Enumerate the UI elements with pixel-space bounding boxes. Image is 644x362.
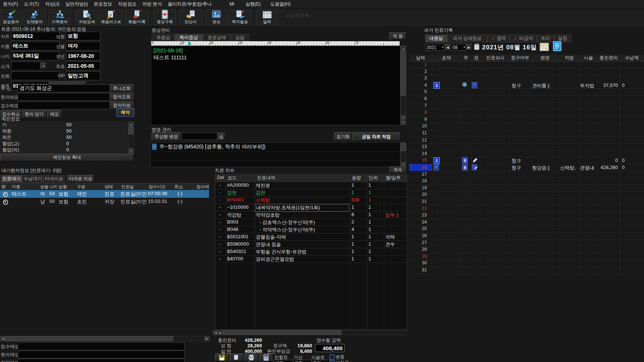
treatment-del[interactable]: - xyxy=(219,190,220,195)
scroll-right-arrow[interactable]: ▶ xyxy=(218,330,223,335)
next-month-button[interactable]: ▶ xyxy=(466,44,472,51)
bottom-memo-input-2[interactable] xyxy=(18,359,185,362)
history-tab-첩약[interactable]: ✓첩약 xyxy=(487,35,510,42)
menu-item-3[interactable]: 작성(J) xyxy=(42,1,63,7)
field-input-보험[interactable]: 보험 xyxy=(66,32,100,41)
history-day-row[interactable]: 5 xyxy=(409,88,644,96)
toolbar-button-완료환자[interactable]: 완료환자 xyxy=(0,9,22,25)
treatment-del[interactable]: - xyxy=(219,212,220,217)
footer-checkbox-1[interactable]: 변증 xyxy=(330,354,344,360)
field-input-최초[interactable]: 2021-05-05 xyxy=(66,61,100,70)
treatment-row[interactable]: -감천감천11 xyxy=(215,189,406,196)
footer-button-저장[interactable] xyxy=(215,354,229,361)
toolbar-button-처방검색[interactable]: 처방검색 xyxy=(76,9,98,25)
scroll-down-arrow2[interactable]: ▼ xyxy=(401,120,406,125)
symptom-tab-상담[interactable]: 상담 xyxy=(231,34,249,41)
main-disease-change-button[interactable]: 주상병 변경 xyxy=(152,132,181,141)
history-day-row[interactable]: 24 xyxy=(409,219,644,226)
treatment-row[interactable]: -~1010000내복약처방.조제료(1일분/1회)11 xyxy=(215,204,406,211)
scroll-right-arrow[interactable]: ▶ xyxy=(204,336,209,341)
treatment-row[interactable]: -#A200050재진료11 xyxy=(215,182,406,189)
history-day-row[interactable]: 20 xyxy=(409,191,644,198)
menu-item-9[interactable]: Mi xyxy=(227,1,237,7)
action-button-환자 닫기[interactable]: 환자 닫기 xyxy=(22,110,46,118)
history-day-row[interactable]: 25 xyxy=(409,225,644,233)
footer-button-전달[interactable] xyxy=(230,354,244,361)
treatment-row[interactable]: -BY0001신력탕6381 xyxy=(215,196,406,204)
history-day-row[interactable]: 13 xyxy=(409,143,644,151)
scroll-thumb[interactable] xyxy=(401,51,406,96)
history-day-row[interactable]: 27 xyxy=(409,239,644,247)
treatment-del[interactable]: - xyxy=(219,182,220,188)
waiting-tab-타과이송[interactable]: 타과이송 xyxy=(43,175,65,183)
scroll-thumb[interactable] xyxy=(223,330,342,335)
scroll-up-arrow[interactable]: ▲ xyxy=(128,122,134,127)
checkbox-icon[interactable] xyxy=(330,361,335,362)
bottom-memo-input-1[interactable] xyxy=(18,351,185,358)
symptom-apply-button[interactable]: 적 용 xyxy=(389,32,406,40)
scroll-down-arrow[interactable]: ▼ xyxy=(401,162,406,167)
toolbar-button-증상구축[interactable]: 증상구축 xyxy=(154,9,176,25)
history-day-row[interactable]: 151B청구00 xyxy=(409,157,644,164)
footer-button-출력[interactable] xyxy=(244,354,258,361)
symptom-tab-호전상태[interactable]: 호전상태 xyxy=(203,34,231,41)
history-day-row[interactable]: 14 xyxy=(409,150,644,158)
history-day-row[interactable]: 23 xyxy=(409,212,644,219)
diagnosis-scrollbar[interactable]: ▼ xyxy=(400,142,406,167)
toolbar-button-쪽지발송[interactable]: 쪽지발송 xyxy=(229,9,251,25)
treatment-del[interactable]: - xyxy=(219,204,220,210)
side-button-추나조회[interactable]: 추나조회 xyxy=(110,84,134,92)
history-day-row[interactable]: 28 xyxy=(409,246,644,253)
field-input-생년[interactable]: 1967-08-20 xyxy=(66,52,100,60)
symptom-scrollbar[interactable]: ▲▼▼ xyxy=(400,46,406,125)
menu-item-5[interactable]: 본초정보 xyxy=(91,1,115,7)
surcharge-dropdown[interactable]: 공휴▼ xyxy=(293,360,313,362)
scroll-thumb[interactable] xyxy=(401,143,406,151)
history-day-row[interactable]: 30 xyxy=(409,260,644,267)
treatment-del[interactable]: - xyxy=(219,256,220,261)
history-day-row[interactable]: 8 xyxy=(409,109,644,116)
menu-item-10[interactable]: 실행(E) xyxy=(243,1,264,7)
scroll-down-arrow[interactable]: ▼ xyxy=(401,115,406,120)
history-tab-내원일[interactable]: 내원일 xyxy=(425,35,447,42)
history-day-row[interactable]: 1 xyxy=(409,61,644,68)
scroll-down-arrow[interactable]: ▼ xyxy=(128,148,134,153)
disease-target-icon[interactable]: ◎ xyxy=(217,133,225,141)
toolbar-button-영상[interactable]: 영상 xyxy=(205,9,227,25)
diagnosis-row[interactable]: -주~항강증 (M5420) [경추통, 척추의 여러부위]) xyxy=(151,143,399,152)
waiting-row[interactable]: 테스트여53보험재진진료진료실(이민07:00:36(-) xyxy=(0,190,209,198)
toolbar-button-진단서[interactable]: 진단서 xyxy=(180,9,202,25)
treatment-row[interactable]: -$S060000관절내 침술11견우 xyxy=(215,240,406,248)
treatment-row[interactable]: -B003- 감초엑스산-정우신약(주)21 xyxy=(215,218,406,226)
history-day-row[interactable]: 9 xyxy=(409,116,644,123)
history-day-row[interactable]: 12 xyxy=(409,137,644,144)
treatment-row[interactable]: -$40700경피경근온열요법11 xyxy=(215,255,406,263)
history-day-row[interactable]: 6 xyxy=(409,95,644,103)
history-tab-과거 상세정보[interactable]: 과거 상세정보 xyxy=(447,35,488,42)
symptom-note-area[interactable]: [2021-08-16]테스트 111111 xyxy=(151,46,400,125)
scroll-up-arrow[interactable]: ▲ xyxy=(401,46,406,51)
procedure-dropdown[interactable]: 증감▼ xyxy=(311,360,331,362)
treatment-del[interactable]: - xyxy=(219,219,220,225)
treatment-row[interactable]: -$S40321부항술 건식부항-유관법11 xyxy=(215,248,406,255)
history-day-row[interactable]: 11 xyxy=(409,130,644,137)
treatment-row[interactable]: -작감탕작약감초탕61일투:1 xyxy=(215,211,406,218)
treatment-del[interactable]: - xyxy=(219,226,220,232)
transfer-button[interactable]: 타과로 이송 xyxy=(67,175,94,183)
menu-item-7[interactable]: 처방 분석 xyxy=(139,1,165,7)
month-select[interactable]: 08▼ xyxy=(451,44,467,51)
previsit-expand-button[interactable]: 예진정보 확대 xyxy=(0,154,134,161)
waiting-tab-진료대기[interactable]: 진료대기 xyxy=(1,175,22,183)
history-day-row[interactable]: 26 xyxy=(409,232,644,240)
waiting-tab-수납대기[interactable]: 수납대기 xyxy=(22,175,43,183)
scroll-left-arrow[interactable]: ◀ xyxy=(213,330,218,335)
intro-add-button[interactable]: + xyxy=(40,63,47,69)
history-day-row[interactable]: 22 xyxy=(409,205,644,212)
history-tab-트리[interactable]: 트리 xyxy=(537,35,554,42)
chart-doc-icon[interactable] xyxy=(553,41,562,51)
waiting-hscrollbar[interactable]: ◀▶ xyxy=(0,336,210,341)
side-button-첩약조회[interactable]: 첩약조회 xyxy=(110,93,134,101)
treatment-del[interactable]: - xyxy=(219,234,220,239)
toolbar-button-전체환자[interactable]: 전체환자 xyxy=(24,9,46,25)
history-day-row[interactable]: 10 xyxy=(409,123,644,130)
